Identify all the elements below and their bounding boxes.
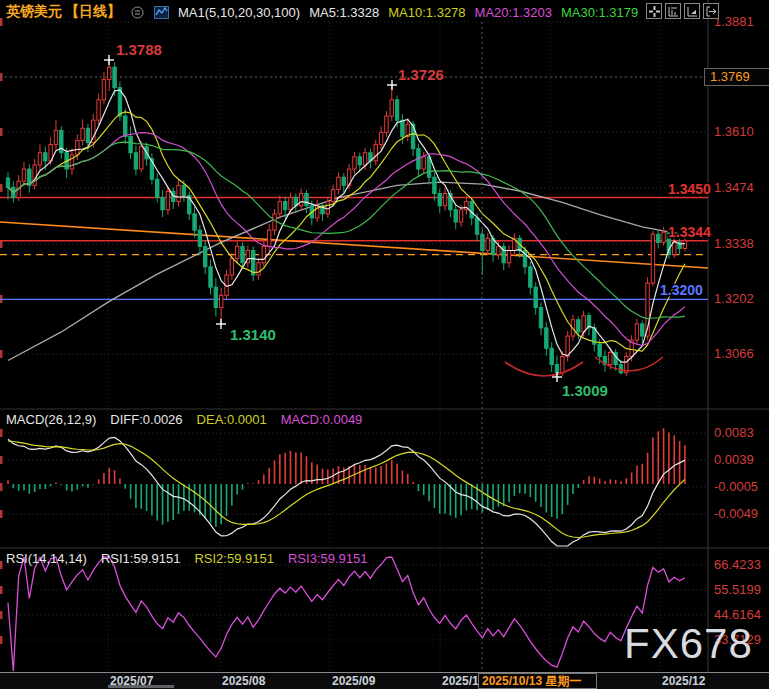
candle-body — [6, 178, 9, 187]
rsi-header: RSI(14,14,14) RSI1:59.9151 RSI2:59.9151 … — [6, 551, 367, 566]
candle-body — [422, 157, 425, 169]
candle-body — [609, 352, 612, 364]
candle-body — [443, 193, 446, 205]
candle-body — [299, 193, 302, 205]
candle-body — [140, 147, 143, 169]
candle-body — [331, 189, 334, 201]
circle-lines-icon[interactable] — [130, 5, 145, 20]
candle-body — [353, 157, 356, 169]
macd-dea-line — [8, 441, 685, 538]
macd-diff-value: DIFF:0.0026 — [110, 412, 182, 427]
candle-body — [134, 153, 137, 169]
left-axis-fragment — [0, 456, 3, 464]
panel-bars-icon[interactable] — [665, 3, 681, 19]
candle-body — [550, 348, 553, 364]
scrollbar-thumb[interactable] — [108, 685, 174, 688]
candle-body — [641, 324, 644, 336]
chart-toolbar — [646, 3, 719, 19]
panel-line-icon[interactable] — [684, 3, 700, 19]
candle-body — [257, 263, 260, 275]
candle-body — [385, 116, 388, 132]
candle-body — [555, 365, 558, 373]
candle-body — [390, 100, 393, 116]
double-bottom-arc — [505, 362, 583, 376]
macd-title: MACD(26,12,9) — [6, 412, 96, 427]
candle-body — [683, 241, 686, 249]
left-axis-fragment — [0, 350, 3, 358]
candle-body — [433, 177, 436, 193]
candle-body — [267, 230, 270, 246]
candle-body — [241, 246, 244, 262]
candle-body — [86, 128, 89, 142]
crosshair-date-tooltip: 2025/10/13 星期一 — [478, 673, 597, 689]
candle-body — [230, 259, 233, 275]
right-axis-label: 1.3881 — [714, 14, 754, 29]
macd-macd-value: MACD:0.0049 — [281, 412, 363, 427]
x-axis-label: 2025/09 — [332, 674, 375, 688]
right-axis-label: -0.0049 — [714, 506, 758, 521]
rsi-title: RSI(14,14,14) — [6, 551, 87, 566]
ma-settings-label: MA1(5,10,20,30,100) — [178, 5, 300, 20]
ma30-line — [8, 142, 685, 319]
candle-body — [289, 198, 292, 210]
extreme-price-annotation: 1.3009 — [562, 382, 608, 399]
candle-body — [374, 145, 377, 161]
candle-body — [598, 344, 601, 356]
candle-body — [235, 246, 238, 258]
candle-body — [81, 128, 84, 140]
macd-header: MACD(26,12,9) DIFF:0.0026 DEA:0.0001 MAC… — [6, 412, 362, 427]
candle-body — [577, 320, 580, 332]
candle-body — [108, 67, 111, 79]
level-price-label: 1.3200 — [660, 282, 703, 298]
chart-canvas[interactable]: 1.37881.37261.31401.30091.34501.33441.32… — [0, 0, 769, 689]
candle-body — [379, 132, 382, 144]
left-axis-fragment — [0, 18, 3, 26]
ma5-value: MA5:1.3328 — [309, 5, 379, 20]
right-axis-label: 55.5199 — [714, 582, 761, 597]
right-axis-label: 0.0083 — [714, 425, 754, 440]
symbol-title[interactable]: 英镑美元 — [6, 3, 62, 21]
crosshair-price-tooltip: 1.3769 — [704, 68, 769, 86]
candle-body — [22, 169, 25, 181]
candle-body — [102, 79, 105, 99]
right-axis-label: -0.0005 — [714, 479, 758, 494]
candle-body — [459, 210, 462, 222]
x-axis-label: 2025/08 — [222, 674, 265, 688]
mini-chart-icon[interactable] — [154, 6, 169, 19]
rsi2-value: RSI2:59.9151 — [194, 551, 274, 566]
period-label[interactable]: 【日线】 — [65, 3, 121, 21]
candle-body — [166, 191, 169, 209]
candle-body — [204, 246, 207, 266]
chart-window: 1.37881.37261.31401.30091.34501.33441.32… — [0, 0, 769, 689]
expand-right-icon[interactable] — [703, 3, 719, 19]
extreme-price-annotation: 1.3726 — [398, 66, 444, 83]
right-axis-label: 1.3474 — [714, 180, 754, 195]
candle-body — [507, 251, 510, 263]
left-axis-fragment — [0, 184, 3, 192]
ma20-value: MA20:1.3203 — [475, 5, 552, 20]
candle-body — [214, 287, 217, 307]
extreme-price-annotation: 1.3140 — [230, 326, 276, 343]
rsi3-value: RSI3:59.9151 — [288, 551, 368, 566]
candle-body — [54, 130, 57, 144]
candle-body — [438, 193, 441, 205]
move-crosshair-icon[interactable] — [646, 3, 662, 19]
candle-body — [198, 230, 201, 246]
macd-dea-value: DEA:0.0001 — [197, 412, 267, 427]
macd-diff-line — [8, 437, 685, 546]
candle-body — [358, 157, 361, 165]
candle-body — [262, 246, 265, 262]
candle-body — [305, 193, 308, 205]
candle-body — [566, 336, 569, 356]
candle-body — [582, 316, 585, 332]
chart-header: 英镑美元 【日线】 MA1(5,10,20,30,100) MA5:1.3328… — [6, 2, 638, 22]
right-axis-label: 1.3066 — [714, 346, 754, 361]
extreme-price-annotation: 1.3788 — [116, 41, 162, 58]
ma30-value: MA30:1.3179 — [561, 5, 638, 20]
candle-body — [475, 218, 478, 234]
x-axis-label: 2025/12 — [662, 674, 705, 688]
left-axis-fragment — [0, 636, 3, 644]
candle-body — [97, 100, 100, 120]
candle-body — [486, 238, 489, 250]
right-axis-label: 1.3338 — [714, 236, 754, 251]
